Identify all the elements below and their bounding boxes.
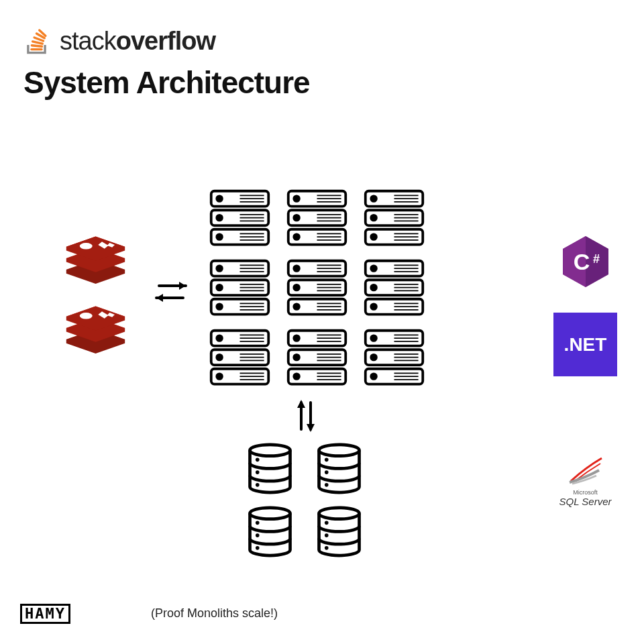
svg-point-79 <box>217 285 222 290</box>
server-icon <box>362 258 426 318</box>
svg-point-178 <box>256 546 260 550</box>
tech-stack-logos: C # .NET Microsoft SQL Server <box>553 235 617 507</box>
bidirectional-arrow-horizontal-icon <box>151 275 191 311</box>
page-title: System Architecture <box>23 64 310 101</box>
cache-cluster <box>64 231 127 355</box>
svg-point-182 <box>325 546 329 550</box>
header: stackoverflow System Architecture <box>23 27 310 101</box>
svg-point-179 <box>319 508 360 519</box>
database-icon <box>245 506 295 559</box>
csharp-icon: C # <box>561 235 610 288</box>
svg-point-173 <box>325 470 329 474</box>
caption: (Proof Monoliths scale!) <box>151 606 278 621</box>
svg-point-144 <box>294 374 299 379</box>
brand-part1: stack <box>60 27 116 55</box>
svg-point-171 <box>319 445 360 456</box>
dotnet-logo: .NET <box>553 313 617 376</box>
svg-point-114 <box>371 304 376 309</box>
server-icon <box>285 258 349 318</box>
svg-line-1 <box>32 46 42 47</box>
svg-marker-164 <box>297 400 305 408</box>
svg-point-177 <box>256 533 260 537</box>
brand-part2: overflow <box>116 27 215 55</box>
svg-point-29 <box>217 196 222 201</box>
svg-point-21 <box>80 313 93 319</box>
redis-icon <box>64 231 127 285</box>
database-icon <box>314 443 364 496</box>
svg-line-3 <box>34 38 43 41</box>
svg-point-109 <box>371 285 376 290</box>
svg-point-124 <box>217 355 222 360</box>
database-icon <box>314 506 364 559</box>
svg-point-167 <box>250 445 290 456</box>
svg-point-34 <box>217 215 222 221</box>
svg-point-59 <box>371 196 376 201</box>
svg-point-139 <box>294 355 299 360</box>
stackoverflow-logo: stackoverflow <box>23 27 310 55</box>
svg-point-129 <box>217 374 222 379</box>
watermark: HAMY <box>20 604 70 624</box>
svg-text:#: # <box>592 252 599 266</box>
bidirectional-arrow-vertical-icon <box>292 396 319 439</box>
brand-text: stackoverflow <box>60 28 215 55</box>
server-icon <box>285 327 349 388</box>
footer: HAMY (Proof Monoliths scale!) <box>20 604 278 624</box>
svg-line-2 <box>33 42 43 44</box>
svg-marker-27 <box>156 294 163 302</box>
svg-point-12 <box>80 243 93 250</box>
server-icon <box>208 258 272 318</box>
svg-point-54 <box>294 234 299 239</box>
svg-text:C: C <box>573 249 590 274</box>
stackoverflow-icon <box>23 27 53 55</box>
server-icon <box>208 327 272 388</box>
svg-point-44 <box>294 196 299 201</box>
svg-point-175 <box>250 508 290 519</box>
server-grid <box>208 188 426 388</box>
svg-point-119 <box>217 335 222 341</box>
svg-point-134 <box>294 335 299 341</box>
svg-point-89 <box>294 266 299 271</box>
svg-point-170 <box>256 483 260 487</box>
sqlserver-brand: Microsoft <box>559 489 611 496</box>
sqlserver-name: SQL Server <box>559 496 611 507</box>
svg-point-159 <box>371 374 376 379</box>
database-grid <box>245 443 364 559</box>
svg-point-39 <box>217 234 222 239</box>
svg-point-168 <box>256 458 260 462</box>
svg-point-169 <box>256 470 260 474</box>
svg-point-104 <box>371 266 376 271</box>
redis-icon <box>64 301 127 355</box>
svg-point-69 <box>371 234 376 239</box>
server-icon <box>208 188 272 248</box>
svg-marker-25 <box>179 282 186 290</box>
svg-point-74 <box>217 266 222 271</box>
sqlserver-logo: Microsoft SQL Server <box>559 454 611 507</box>
svg-point-154 <box>371 355 376 360</box>
svg-point-94 <box>294 285 299 290</box>
svg-point-84 <box>217 304 222 309</box>
svg-point-180 <box>325 521 329 525</box>
server-icon <box>362 327 426 388</box>
svg-point-149 <box>371 335 376 341</box>
svg-point-49 <box>294 215 299 221</box>
svg-point-176 <box>256 521 260 525</box>
svg-point-181 <box>325 533 329 537</box>
svg-point-172 <box>325 458 329 462</box>
database-icon <box>245 443 295 496</box>
server-icon <box>362 188 426 248</box>
svg-marker-166 <box>307 424 315 432</box>
svg-point-64 <box>371 215 376 221</box>
svg-point-174 <box>325 483 329 487</box>
dotnet-label: .NET <box>564 334 607 356</box>
svg-point-99 <box>294 304 299 309</box>
server-icon <box>285 188 349 248</box>
